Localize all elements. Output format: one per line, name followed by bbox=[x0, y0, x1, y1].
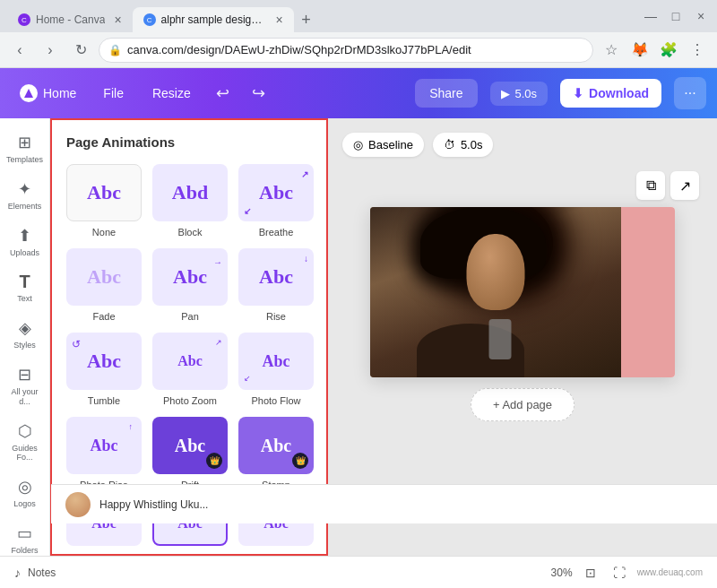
anim-thumb-photorise: ↑ Abc bbox=[66, 417, 142, 474]
anim-photozoom[interactable]: ↗ Abc Photo Zoom bbox=[152, 333, 228, 406]
anim-tumble[interactable]: ↺ Abc Tumble bbox=[66, 333, 142, 406]
anim-abc-tumble: Abc bbox=[87, 350, 121, 373]
back-button[interactable]: ‹ bbox=[7, 38, 32, 63]
sidebar-item-elements[interactable]: ✦ Elements bbox=[2, 172, 48, 219]
play-button[interactable]: ▶ 5.0s bbox=[490, 82, 549, 106]
stomp-crown-badge: 👑 bbox=[292, 453, 308, 469]
anim-label-photozoom: Photo Zoom bbox=[163, 395, 217, 406]
window-controls: — □ × bbox=[642, 7, 710, 25]
anim-pan[interactable]: Abc → Pan bbox=[152, 248, 228, 322]
anim-label-photoflow: Photo Flow bbox=[251, 395, 300, 406]
tab-2-close[interactable]: × bbox=[275, 13, 282, 27]
anim-drift[interactable]: Abc 👑 Drift bbox=[152, 417, 228, 490]
anim-abc-stomp: Abc bbox=[261, 436, 291, 456]
sidebar-item-all[interactable]: ⊟ All your d... bbox=[2, 358, 48, 414]
new-tab-button[interactable]: + bbox=[294, 7, 319, 32]
anim-thumb-pan: Abc → bbox=[152, 248, 228, 306]
uploads-icon: ⬆ bbox=[15, 226, 35, 246]
baseline-button[interactable]: ◎ Baseline bbox=[342, 133, 424, 157]
duration-label: 5.0s bbox=[461, 138, 483, 151]
anim-abc-photorise: Abc bbox=[91, 437, 118, 455]
sidebar-item-text[interactable]: T Text bbox=[2, 264, 48, 311]
more-button[interactable]: ⋮ bbox=[685, 38, 710, 63]
puzzle-icon[interactable]: 🧩 bbox=[656, 38, 681, 63]
anim-breathe[interactable]: ↗ Abc ↙ Breathe bbox=[238, 164, 314, 238]
redo-button[interactable]: ↪ bbox=[245, 79, 273, 108]
all-label: All your d... bbox=[7, 387, 43, 407]
undo-button[interactable]: ↩ bbox=[209, 79, 238, 108]
address-bar[interactable]: 🔒 canva.com/design/DAEwU-zhDiw/SQhp2rDrM… bbox=[99, 38, 593, 63]
sidebar-item-guides[interactable]: ⬡ Guides Fo... bbox=[2, 414, 48, 471]
maximize-button[interactable]: □ bbox=[667, 7, 685, 25]
tab-1-close[interactable]: × bbox=[114, 13, 121, 27]
anim-label-tumble: Tumble bbox=[88, 395, 120, 406]
sidebar-item-logos[interactable]: ◎ Logos bbox=[2, 470, 48, 516]
sidebar: ⊞ Templates ✦ Elements ⬆ Uploads T Text … bbox=[0, 118, 50, 556]
undo-redo-group: ↩ ↪ bbox=[209, 79, 273, 108]
fullscreen-button[interactable]: ⛶ bbox=[609, 562, 630, 584]
close-button[interactable]: × bbox=[692, 7, 710, 25]
duration-button[interactable]: ⏱ 5.0s bbox=[433, 133, 494, 157]
file-button[interactable]: File bbox=[92, 81, 134, 106]
browser-tab-1[interactable]: C Home - Canva × bbox=[7, 7, 133, 32]
download-button[interactable]: ⬇ Download bbox=[560, 79, 661, 108]
anim-abc-block: Abd bbox=[172, 181, 208, 204]
play-duration: 5.0s bbox=[515, 87, 538, 100]
uploads-label: Uploads bbox=[10, 248, 39, 258]
forward-button[interactable]: › bbox=[38, 38, 63, 63]
anim-label-breathe: Breathe bbox=[259, 227, 294, 238]
sidebar-item-templates[interactable]: ⊞ Templates bbox=[2, 125, 48, 172]
tumble-arrow: ↺ bbox=[72, 338, 81, 350]
resize-button[interactable]: Resize bbox=[142, 81, 202, 106]
photo-bg bbox=[370, 207, 621, 377]
mic-shape bbox=[489, 319, 512, 359]
anim-abc-pan: Abc bbox=[173, 265, 207, 289]
animations-grid: Abc None Abd Block ↗ Abc ↙ bbox=[66, 164, 312, 490]
anim-abc-none: Abc bbox=[87, 181, 121, 204]
baseline-label: Baseline bbox=[368, 138, 413, 151]
elements-icon: ✦ bbox=[15, 179, 35, 199]
browser-tab-2[interactable]: C alphr sample design - YouTube T... × bbox=[133, 7, 294, 32]
anim-fade[interactable]: Abc Fade bbox=[66, 248, 142, 322]
anim-block[interactable]: Abd Block bbox=[152, 164, 228, 238]
copy-canvas-button[interactable]: ⧉ bbox=[636, 171, 665, 200]
export-canvas-button[interactable]: ↗ bbox=[670, 171, 699, 200]
templates-icon: ⊞ bbox=[15, 133, 35, 152]
clock-icon: ⏱ bbox=[444, 138, 455, 151]
zoom-fit-button[interactable]: ⊡ bbox=[580, 562, 601, 584]
star-button[interactable]: ☆ bbox=[599, 38, 624, 63]
tab-2-label: alphr sample design - YouTube T... bbox=[161, 13, 267, 26]
anim-rise[interactable]: ↓ Abc Rise bbox=[238, 248, 314, 322]
more-options-button[interactable]: ··· bbox=[674, 77, 706, 109]
sidebar-item-folders[interactable]: ▭ Folders bbox=[2, 516, 48, 556]
panel-title: Page Animations bbox=[66, 134, 312, 150]
anim-stomp[interactable]: Abc 👑 Stomp bbox=[238, 417, 314, 490]
anim-abc-photozoom: Abc bbox=[177, 353, 203, 369]
extension-fox-icon[interactable]: 🦊 bbox=[627, 38, 652, 63]
anim-none[interactable]: Abc None bbox=[66, 164, 142, 238]
anim-photoflow[interactable]: ↙ Abc Photo Flow bbox=[238, 333, 314, 406]
canva-appbar: Home File Resize ↩ ↪ Share ▶ 5.0s ⬇ Down… bbox=[0, 68, 717, 118]
minimize-button[interactable]: — bbox=[642, 7, 660, 25]
anim-abc-rise: Abc bbox=[259, 265, 293, 289]
sidebar-item-styles[interactable]: ◈ Styles bbox=[2, 311, 48, 358]
share-button[interactable]: Share bbox=[415, 79, 477, 108]
play-icon: ▶ bbox=[501, 87, 510, 100]
anim-thumb-tumble: ↺ Abc bbox=[66, 333, 142, 390]
add-page-button[interactable]: + Add page bbox=[471, 388, 574, 421]
watermark-text: www.deuaq.com bbox=[637, 567, 703, 577]
anim-photorise[interactable]: ↑ Abc Photo Rise bbox=[66, 417, 142, 490]
sidebar-item-uploads[interactable]: ⬆ Uploads bbox=[2, 219, 48, 265]
home-button[interactable]: Home bbox=[11, 79, 85, 108]
photoflow-arrow: ↙ bbox=[244, 374, 251, 383]
templates-label: Templates bbox=[6, 155, 43, 165]
guides-label: Guides Fo... bbox=[7, 444, 43, 463]
refresh-button[interactable]: ↻ bbox=[68, 38, 93, 63]
all-icon: ⊟ bbox=[15, 365, 35, 385]
folders-label: Folders bbox=[11, 546, 38, 556]
canva-tab-icon-2: C bbox=[143, 13, 156, 26]
canvas-area: ◎ Baseline ⏱ 5.0s ⧉ ↗ bbox=[328, 118, 717, 556]
pan-arrow: → bbox=[213, 257, 222, 267]
address-text: canva.com/design/DAEwU-zhDiw/SQhp2rDrMD3… bbox=[127, 43, 583, 56]
zoom-percentage: 30% bbox=[551, 566, 573, 579]
